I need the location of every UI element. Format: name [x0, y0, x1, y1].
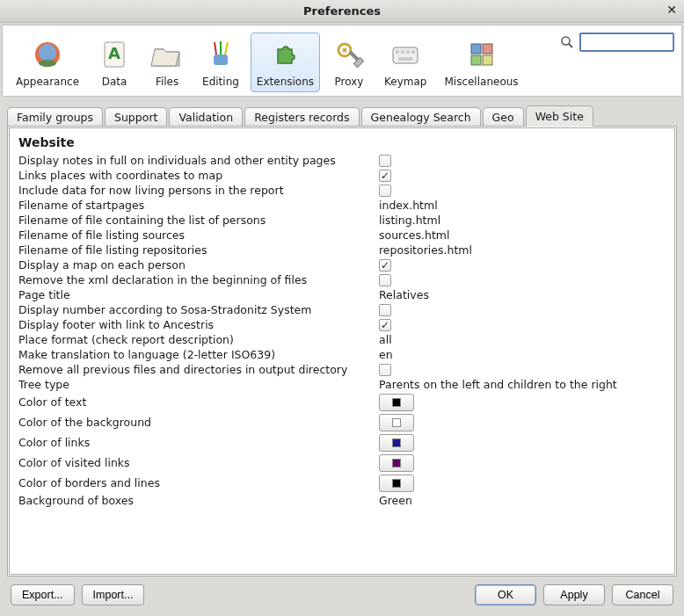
setting-checkbox[interactable]	[379, 319, 391, 331]
setting-label: Remove the xml declaration in the beginn…	[18, 272, 370, 287]
setting-label: Display a map on each person	[18, 257, 370, 272]
tab-registers-records[interactable]: Registers records	[244, 107, 359, 127]
category-appearance[interactable]: Appearance	[10, 33, 85, 92]
editing-icon	[203, 37, 238, 72]
setting-label: Place format (check report description)	[18, 332, 370, 347]
color-button[interactable]	[379, 434, 414, 452]
setting-label: Color of the background	[18, 412, 370, 432]
category-label: Data	[102, 76, 127, 88]
data-icon: A	[97, 37, 132, 72]
setting-label: Remove all previous files and directorie…	[18, 362, 370, 377]
svg-rect-17	[471, 44, 481, 54]
color-button[interactable]	[379, 475, 414, 492]
category-label: Appearance	[16, 76, 79, 88]
tab-genealogy-search[interactable]: Genealogy Search	[361, 107, 481, 127]
setting-value: repositories.html	[379, 243, 666, 257]
search-icon	[560, 35, 574, 49]
export-button[interactable]: Export...	[11, 584, 75, 605]
svg-rect-20	[483, 55, 492, 65]
tab-family-groups[interactable]: Family groups	[7, 107, 103, 127]
setting-value: Parents on the left and children to the …	[379, 378, 666, 391]
appearance-icon	[30, 37, 65, 72]
setting-label: Color of links	[18, 432, 370, 453]
close-icon[interactable]: ✕	[666, 3, 677, 17]
setting-value: sources.html	[379, 228, 666, 242]
ok-button[interactable]: OK	[475, 584, 536, 605]
category-label: Proxy	[335, 76, 364, 88]
setting-checkbox[interactable]	[379, 304, 391, 316]
setting-label: Tree type	[18, 377, 370, 392]
color-swatch	[392, 479, 401, 488]
setting-checkbox[interactable]	[379, 364, 391, 376]
category-keymap[interactable]: Keymap	[378, 33, 433, 92]
color-button[interactable]	[379, 454, 414, 472]
setting-label: Page title	[18, 287, 370, 302]
setting-value: listing.html	[379, 214, 666, 227]
apply-button[interactable]: Apply	[543, 584, 605, 605]
setting-value: Relatives	[379, 288, 666, 301]
color-swatch	[392, 398, 401, 407]
setting-label: Display footer with link to Ancestris	[18, 317, 370, 332]
color-button[interactable]	[379, 414, 414, 431]
category-extensions[interactable]: Extensions	[251, 33, 320, 92]
category-label: Miscellaneous	[444, 76, 518, 88]
setting-label: Filename of file containing the list of …	[18, 213, 370, 228]
category-toolbar: AppearanceADataFilesEditingExtensionsPro…	[2, 25, 682, 97]
category-miscellaneous[interactable]: Miscellaneous	[438, 33, 524, 92]
proxy-icon	[331, 37, 367, 72]
setting-label: Display notes in full on individuals and…	[18, 153, 370, 168]
setting-checkbox[interactable]	[379, 170, 391, 182]
setting-value: index.html	[379, 199, 666, 212]
color-swatch	[392, 438, 401, 447]
svg-rect-11	[393, 47, 418, 63]
setting-label: Links places with coordinates to map	[18, 168, 370, 183]
category-proxy[interactable]: Proxy	[325, 33, 373, 92]
extensions-icon	[267, 37, 302, 72]
setting-checkbox[interactable]	[379, 185, 391, 197]
category-files[interactable]: Files	[143, 33, 191, 92]
category-editing[interactable]: Editing	[196, 33, 245, 92]
titlebar: Preferences ✕	[0, 0, 684, 23]
setting-value: en	[379, 348, 666, 361]
setting-label: Include data for now living persons in t…	[18, 183, 370, 198]
setting-checkbox[interactable]	[379, 274, 391, 286]
files-icon	[149, 37, 185, 72]
setting-label: Color of visited links	[18, 453, 370, 473]
setting-label: Display number according to Sosa-Stradon…	[18, 302, 370, 317]
color-button[interactable]	[379, 394, 414, 411]
setting-label: Color of borders and lines	[18, 473, 370, 493]
setting-value: all	[379, 333, 666, 346]
setting-label: Filename of file listing sources	[18, 228, 370, 243]
svg-rect-18	[483, 44, 492, 54]
tab-validation[interactable]: Validation	[169, 107, 243, 127]
window-body: AppearanceADataFilesEditingExtensionsPro…	[0, 23, 684, 616]
tab-panel-inner: Website Display notes in full on individ…	[9, 127, 675, 575]
svg-point-1	[39, 44, 56, 62]
setting-label: Background of boxes	[18, 493, 370, 508]
search-input[interactable]	[579, 33, 674, 52]
setting-label: Make translation to language (2-letter I…	[18, 347, 370, 362]
tab-support[interactable]: Support	[105, 107, 167, 127]
svg-rect-13	[401, 50, 404, 54]
setting-label: Filename of startpages	[18, 198, 370, 213]
setting-checkbox[interactable]	[379, 155, 391, 167]
cancel-button[interactable]: Cancel	[612, 584, 673, 605]
keymap-icon	[388, 37, 423, 72]
search-group	[560, 33, 674, 52]
svg-line-22	[569, 44, 572, 47]
window-title: Preferences	[303, 4, 381, 18]
svg-rect-16	[398, 57, 412, 61]
tab-geo[interactable]: Geo	[483, 107, 524, 127]
color-swatch	[392, 418, 401, 427]
svg-rect-12	[396, 50, 399, 54]
color-swatch	[392, 459, 401, 467]
section-title: Website	[18, 135, 666, 149]
tab-web-site[interactable]: Web Site	[526, 105, 593, 127]
tab-panel: Website Display notes in full on individ…	[7, 126, 677, 576]
svg-rect-15	[411, 50, 415, 54]
import-button[interactable]: Import...	[82, 584, 145, 605]
category-data[interactable]: AData	[91, 33, 138, 92]
setting-value: Green	[379, 494, 666, 507]
svg-text:A: A	[108, 44, 120, 62]
setting-checkbox[interactable]	[379, 259, 391, 272]
